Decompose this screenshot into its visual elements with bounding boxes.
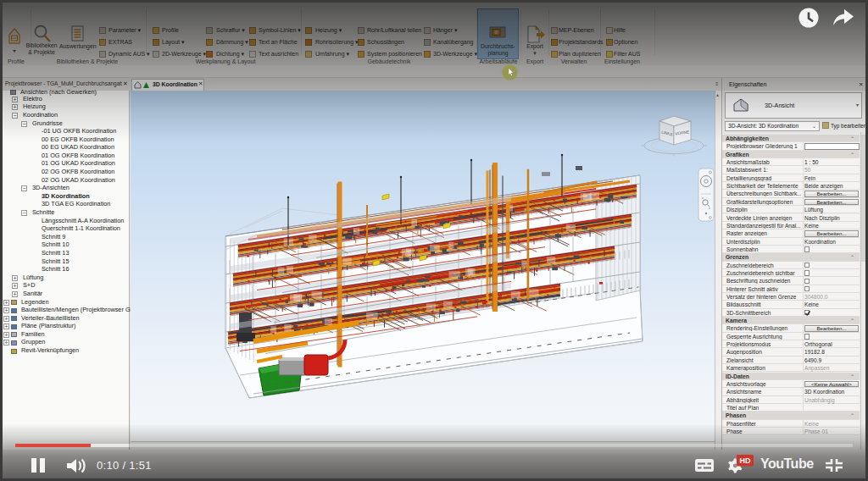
svg-text:HD: HD [740,456,751,465]
